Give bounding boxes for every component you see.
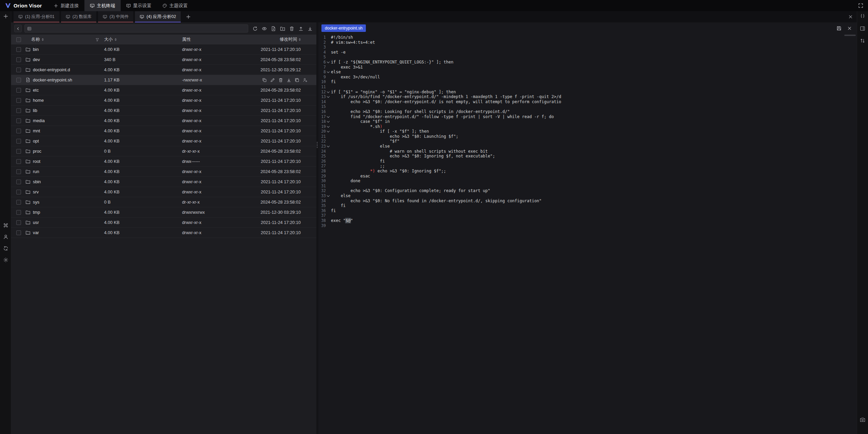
row-checkbox[interactable] (16, 220, 21, 225)
back-button[interactable] (14, 25, 22, 32)
terminal-tab[interactable]: (2) 数据库 (61, 11, 96, 22)
row-checkbox[interactable] (16, 118, 21, 123)
row-checkbox[interactable] (16, 108, 21, 113)
command-palette-icon[interactable] (0, 220, 11, 230)
fold-chevron-icon[interactable] (326, 70, 331, 75)
file-row[interactable]: lib4.00 KBdrwxr-xr-x2021-11-24 17:20:10 (11, 106, 316, 116)
permissions-icon[interactable] (302, 77, 308, 83)
file-name-cell[interactable]: tmp (24, 210, 104, 215)
file-row[interactable]: mnt4.00 KBdrwxr-xr-x2021-11-24 17:20:10 (11, 126, 316, 136)
new-folder-icon[interactable] (279, 25, 286, 32)
fold-chevron-icon[interactable] (326, 114, 331, 119)
terminal-tab[interactable]: (4) 应用-分析02 (135, 11, 181, 22)
file-name-cell[interactable]: run (24, 169, 104, 174)
file-name-cell[interactable]: mnt (24, 128, 104, 133)
file-name-cell[interactable]: sys (24, 200, 104, 205)
copy-path-icon[interactable] (261, 77, 268, 83)
file-name-cell[interactable]: proc (24, 149, 104, 154)
file-name-cell[interactable]: var (24, 230, 104, 235)
edit-icon[interactable] (270, 77, 276, 83)
file-row[interactable]: home4.00 KBdrwxr-xr-x2021-11-24 17:20:10 (11, 95, 316, 106)
row-checkbox[interactable] (16, 129, 21, 133)
row-checkbox[interactable] (16, 68, 21, 72)
row-checkbox[interactable] (16, 169, 21, 174)
editor-scrollbar[interactable] (844, 35, 856, 36)
refresh-icon[interactable] (252, 25, 258, 32)
filter-icon[interactable] (95, 38, 104, 42)
row-checkbox[interactable] (16, 210, 21, 215)
settings-icon[interactable] (0, 255, 11, 265)
download-file-icon[interactable] (286, 77, 292, 83)
row-checkbox[interactable] (16, 200, 21, 205)
file-row[interactable]: proc0 Bdr-xr-xr-x2024-05-28 23:58:02 (11, 146, 316, 156)
delete-icon[interactable] (288, 25, 295, 32)
row-checkbox[interactable] (16, 98, 21, 103)
fold-chevron-icon[interactable] (326, 94, 331, 99)
user-icon[interactable] (0, 232, 11, 242)
save-icon[interactable] (835, 25, 842, 32)
row-checkbox[interactable] (16, 57, 21, 62)
file-row[interactable]: srv4.00 KBdrwxr-xr-x2021-11-24 17:20:10 (11, 187, 316, 197)
file-name-cell[interactable]: docker-entrypoint.d (24, 67, 104, 72)
editor-close-icon[interactable] (846, 25, 853, 32)
row-checkbox[interactable] (16, 180, 21, 184)
file-row[interactable]: sbin4.00 KBdrwxr-xr-x2021-11-24 17:20:10 (11, 177, 316, 187)
file-row[interactable]: usr4.00 KBdrwxr-xr-x2021-11-24 17:20:10 (11, 218, 316, 228)
fold-chevron-icon[interactable] (326, 119, 331, 124)
row-checkbox[interactable] (16, 159, 21, 164)
terminal-tab[interactable]: (1) 应用-分析01 (14, 11, 59, 22)
file-name-cell[interactable]: bin (24, 47, 104, 52)
file-row[interactable]: bin4.00 KBdrwxr-xr-x2021-11-24 17:20:10 (11, 44, 316, 55)
file-name-cell[interactable]: home (24, 98, 104, 103)
show-hidden-icon[interactable] (261, 25, 268, 32)
new-connection-icon[interactable] (0, 11, 11, 21)
file-name-cell[interactable]: lib (24, 108, 104, 113)
sort-size-icon[interactable] (115, 38, 117, 41)
sort-mtime-icon[interactable] (299, 38, 301, 41)
close-tabs-icon[interactable] (844, 11, 857, 22)
file-name-cell[interactable]: root (24, 159, 104, 164)
file-row[interactable]: docker-entrypoint.d4.00 KBdrwxr-xr-x2021… (11, 65, 316, 75)
path-input[interactable] (34, 26, 245, 31)
nav-item[interactable]: 主机终端 (84, 0, 121, 11)
select-all-checkbox[interactable] (16, 37, 21, 42)
upload-icon[interactable] (297, 25, 304, 32)
row-checkbox[interactable] (16, 88, 21, 93)
row-checkbox[interactable] (16, 47, 21, 52)
new-file-icon[interactable] (270, 25, 277, 32)
file-name-cell[interactable]: usr (24, 220, 104, 225)
delete-file-icon[interactable] (278, 77, 284, 83)
path-input-box[interactable] (24, 24, 248, 33)
nav-item[interactable]: 新建连接 (48, 0, 84, 11)
file-row[interactable]: dev340 Bdrwxr-xr-x2024-05-28 23:58:02 (11, 55, 316, 65)
open-file-chip[interactable]: docker-entrypoint.sh (321, 24, 366, 32)
fold-chevron-icon[interactable] (326, 193, 331, 199)
fold-chevron-icon[interactable] (326, 124, 331, 129)
variables-icon[interactable] (857, 11, 868, 21)
panel-toggle-icon[interactable] (857, 23, 868, 34)
fullscreen-icon[interactable] (857, 2, 864, 10)
fold-chevron-icon[interactable] (326, 90, 331, 95)
file-row[interactable]: sys0 Bdr-xr-xr-x2024-05-28 23:58:02 (11, 197, 316, 207)
fold-chevron-icon[interactable] (326, 60, 331, 65)
file-name-cell[interactable]: sbin (24, 179, 104, 184)
download-icon[interactable] (307, 25, 313, 32)
screenshot-icon[interactable] (857, 415, 868, 425)
file-row[interactable]: opt4.00 KBdrwxr-xr-x2021-11-24 17:20:10 (11, 136, 316, 146)
row-checkbox[interactable] (16, 139, 21, 144)
file-name-cell[interactable]: media (24, 118, 104, 123)
nav-item[interactable]: 主题设置 (157, 0, 193, 11)
file-row[interactable]: tmp4.00 KBdrwxrwxrwx2021-12-30 03:29:10 (11, 207, 316, 218)
terminal-tab[interactable]: (3) 中间件 (98, 11, 133, 22)
file-row[interactable]: root4.00 KBdrwx------2021-11-24 17:20:10 (11, 156, 316, 167)
file-name-cell[interactable]: srv (24, 189, 104, 194)
file-name-cell[interactable]: opt (24, 138, 104, 144)
row-checkbox[interactable] (16, 78, 21, 82)
row-checkbox[interactable] (16, 230, 21, 235)
file-row[interactable]: media4.00 KBdrwxr-xr-x2021-11-24 17:20:1… (11, 116, 316, 126)
file-row[interactable]: docker-entrypoint.sh1.17 KB-rwxrwxr-x (11, 75, 316, 85)
duplicate-icon[interactable] (294, 77, 300, 83)
sort-name-icon[interactable] (42, 38, 44, 41)
nav-item[interactable]: 显示设置 (121, 0, 157, 11)
sync-icon[interactable] (0, 243, 11, 253)
